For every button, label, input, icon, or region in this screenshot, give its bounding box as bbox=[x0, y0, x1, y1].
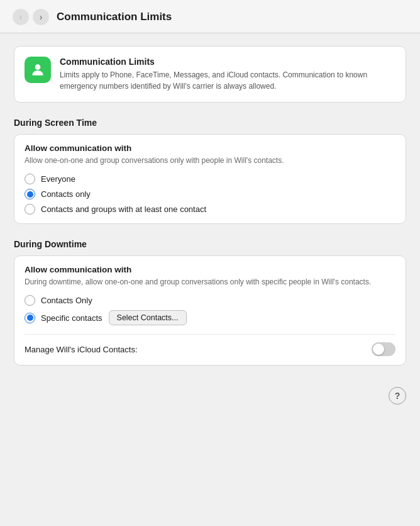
back-button[interactable]: ‹ bbox=[13, 9, 29, 25]
svg-point-0 bbox=[35, 64, 41, 70]
info-text: Communication Limits Limits apply to Pho… bbox=[60, 57, 395, 92]
radio-circle-specific-contacts bbox=[25, 313, 35, 323]
screen-time-heading: During Screen Time bbox=[14, 118, 406, 128]
communication-icon bbox=[30, 62, 46, 78]
forward-button[interactable]: › bbox=[33, 9, 49, 25]
radio-contacts-groups[interactable]: Contacts and groups with at least one co… bbox=[25, 204, 395, 215]
downtime-card-title: Allow communication with bbox=[25, 265, 395, 274]
downtime-card: Allow communication with During downtime… bbox=[14, 255, 406, 366]
info-card-title: Communication Limits bbox=[60, 57, 395, 67]
radio-specific-contacts[interactable]: Specific contacts Select Contacts... bbox=[25, 310, 395, 325]
app-icon bbox=[25, 57, 51, 83]
radio-label-everyone: Everyone bbox=[41, 174, 75, 184]
radio-contacts-only[interactable]: Contacts only bbox=[25, 189, 395, 199]
radio-label-contacts-only: Contacts only bbox=[41, 189, 91, 199]
icloud-contacts-toggle[interactable] bbox=[372, 342, 395, 356]
radio-contacts-only-down[interactable]: Contacts Only bbox=[25, 295, 395, 306]
page-title: Communication Limits bbox=[57, 11, 172, 23]
radio-circle-contacts-groups bbox=[25, 204, 35, 215]
radio-circle-everyone bbox=[25, 174, 35, 184]
select-contacts-button[interactable]: Select Contacts... bbox=[109, 310, 187, 325]
downtime-heading: During Downtime bbox=[14, 239, 406, 249]
icloud-contacts-toggle-row: Manage Will's iCloud Contacts: bbox=[25, 334, 395, 356]
icloud-contacts-label: Manage Will's iCloud Contacts: bbox=[25, 345, 138, 354]
radio-everyone[interactable]: Everyone bbox=[25, 174, 395, 184]
specific-contacts-row: Specific contacts Select Contacts... bbox=[41, 310, 187, 325]
help-button[interactable]: ? bbox=[389, 387, 406, 405]
header: ‹ › Communication Limits bbox=[0, 0, 420, 33]
radio-label-specific-contacts: Specific contacts bbox=[41, 313, 102, 323]
screen-time-card-subtitle: Allow one-on-one and group conversations… bbox=[25, 155, 395, 166]
screen-time-card-title: Allow communication with bbox=[25, 143, 395, 153]
radio-label-contacts-only-down: Contacts Only bbox=[41, 296, 92, 305]
downtime-radio-group: Contacts Only Specific contacts Select C… bbox=[25, 295, 395, 325]
main-content: Communication Limits Limits apply to Pho… bbox=[0, 33, 420, 393]
screen-time-card: Allow communication with Allow one-on-on… bbox=[14, 134, 406, 224]
radio-circle-contacts-only bbox=[25, 189, 35, 199]
downtime-card-subtitle: During downtime, allow one-on-one and gr… bbox=[25, 276, 395, 288]
radio-circle-contacts-only-down bbox=[25, 295, 35, 306]
info-card: Communication Limits Limits apply to Pho… bbox=[14, 46, 406, 103]
radio-label-contacts-groups: Contacts and groups with at least one co… bbox=[41, 204, 206, 214]
info-card-description: Limits apply to Phone, FaceTime, Message… bbox=[60, 69, 395, 92]
screen-time-radio-group: Everyone Contacts only Contacts and grou… bbox=[25, 174, 395, 215]
